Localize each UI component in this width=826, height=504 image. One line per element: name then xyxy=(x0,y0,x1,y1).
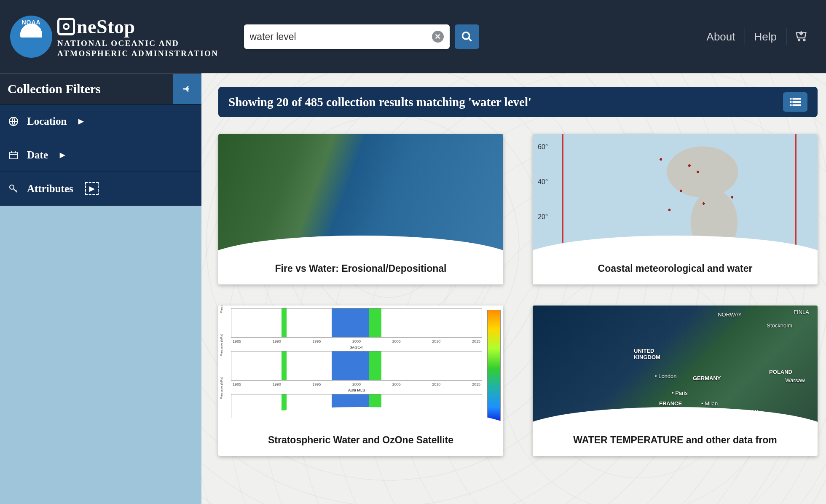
search-area: ✕ xyxy=(244,24,479,49)
list-view-icon xyxy=(790,98,801,106)
view-toggle-button[interactable] xyxy=(783,92,807,112)
filter-location-label: Location xyxy=(27,115,67,127)
app-header: neStop NATIONAL OCEANIC AND ATMOSPHERIC … xyxy=(0,0,826,73)
header-links: About Help xyxy=(697,28,816,45)
expand-icon: ▶ xyxy=(85,182,99,195)
svg-point-2 xyxy=(798,39,800,41)
collapse-sidebar-button[interactable] xyxy=(173,74,201,104)
results-summary: Showing 20 of 485 collection results mat… xyxy=(228,95,531,109)
key-icon xyxy=(8,184,19,194)
svg-point-6 xyxy=(10,185,14,189)
svg-rect-9 xyxy=(790,101,791,103)
svg-rect-7 xyxy=(790,98,791,99)
result-card[interactable]: 1985199019952000200520102015 SAGE-II 198… xyxy=(218,306,503,456)
arrow-left-icon xyxy=(182,84,192,94)
clear-search-button[interactable]: ✕ xyxy=(432,31,444,43)
cart-icon xyxy=(795,29,807,42)
card-title: Stratospheric Water and OzOne Satellite xyxy=(218,432,503,456)
search-box: ✕ xyxy=(244,24,450,49)
svg-point-0 xyxy=(462,32,469,39)
brand-subtitle-1: NATIONAL OCEANIC AND xyxy=(57,39,219,48)
filter-header: Collection Filters xyxy=(0,73,201,105)
expand-icon: ▶ xyxy=(78,117,83,125)
filter-date-label: Date xyxy=(27,149,48,161)
filter-attributes-label: Attributes xyxy=(27,183,73,195)
search-input[interactable] xyxy=(250,31,432,43)
brand-text: neStop NATIONAL OCEANIC AND ATMOSPHERIC … xyxy=(57,16,219,58)
brand-name: neStop xyxy=(77,16,135,38)
card-title: Coastal meteorological and water xyxy=(533,260,818,284)
svg-rect-8 xyxy=(793,98,801,99)
content-area: Showing 20 of 485 collection results mat… xyxy=(201,73,826,504)
card-thumbnail xyxy=(218,134,503,260)
svg-rect-10 xyxy=(793,101,801,103)
svg-rect-5 xyxy=(10,152,17,159)
cart-button[interactable] xyxy=(786,29,816,44)
brand: neStop NATIONAL OCEANIC AND ATMOSPHERIC … xyxy=(10,16,219,58)
results-bar: Showing 20 of 485 collection results mat… xyxy=(218,87,818,117)
search-button[interactable] xyxy=(455,24,479,49)
svg-line-1 xyxy=(468,38,471,41)
svg-rect-12 xyxy=(793,104,801,106)
card-title: Fire vs Water: Erosional/Depositional xyxy=(218,260,503,284)
brand-subtitle-2: ATMOSPHERIC ADMINISTRATION xyxy=(57,49,219,58)
noaa-logo-icon xyxy=(10,16,52,58)
card-thumbnail: NORWAY FINLA Stockholm UNITEDKINGDOM • L… xyxy=(533,306,818,432)
search-icon xyxy=(461,31,473,43)
filter-date[interactable]: Date ▶ xyxy=(0,138,201,172)
svg-rect-11 xyxy=(790,104,791,106)
result-card[interactable]: Fire vs Water: Erosional/Depositional xyxy=(218,134,503,284)
filter-title: Collection Filters xyxy=(0,74,173,104)
globe-icon xyxy=(8,116,19,126)
results-grid: Fire vs Water: Erosional/Depositional Co… xyxy=(218,134,818,456)
sidebar: Collection Filters Location ▶ Date ▶ Att… xyxy=(0,73,201,504)
filter-attributes[interactable]: Attributes ▶ xyxy=(0,172,201,206)
card-thumbnail: 1985199019952000200520102015 SAGE-II 198… xyxy=(218,306,503,432)
svg-point-3 xyxy=(804,39,805,41)
card-thumbnail xyxy=(533,134,818,260)
card-title: WATER TEMPERATURE and other data from xyxy=(533,432,818,456)
result-card[interactable]: NORWAY FINLA Stockholm UNITEDKINGDOM • L… xyxy=(533,306,818,456)
filter-location[interactable]: Location ▶ xyxy=(0,105,201,138)
onestop-icon xyxy=(57,18,75,35)
main: Collection Filters Location ▶ Date ▶ Att… xyxy=(0,73,826,504)
calendar-icon xyxy=(8,150,19,160)
expand-icon: ▶ xyxy=(60,151,65,159)
about-link[interactable]: About xyxy=(697,28,745,45)
help-link[interactable]: Help xyxy=(745,28,786,45)
result-card[interactable]: Coastal meteorological and water xyxy=(533,134,818,284)
